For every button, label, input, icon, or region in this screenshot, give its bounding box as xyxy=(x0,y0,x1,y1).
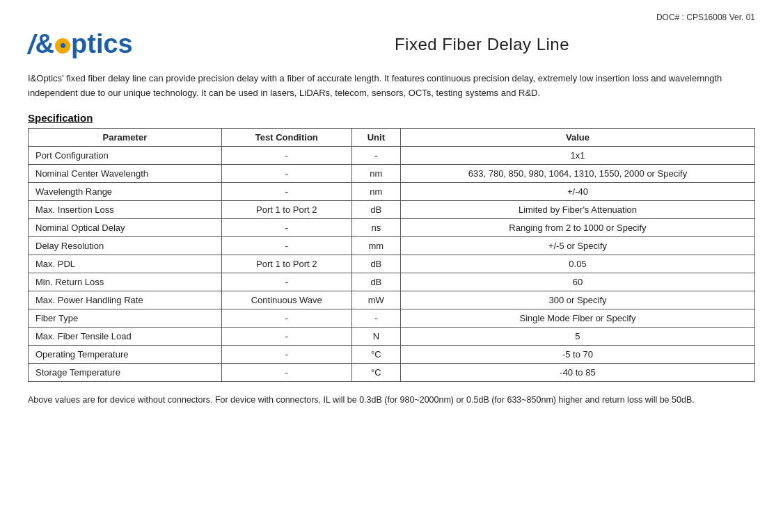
table-row: Operating Temperature-°C-5 to 70 xyxy=(29,345,755,363)
title-area: Fixed Fiber Delay Line xyxy=(209,35,755,54)
unit-cell: - xyxy=(351,309,400,327)
description-text: I&Optics' fixed fiber delay line can pro… xyxy=(28,72,755,101)
param-cell: Fiber Type xyxy=(29,309,222,327)
logo-area: / & ptics xyxy=(28,29,209,59)
table-row: Nominal Center Wavelength-nm633, 780, 85… xyxy=(29,164,755,182)
param-cell: Max. PDL xyxy=(29,255,222,273)
table-row: Max. Fiber Tensile Load-N5 xyxy=(29,327,755,345)
param-cell: Delay Resolution xyxy=(29,236,222,255)
value-cell: -40 to 85 xyxy=(400,363,754,381)
table-row: Port Configuration--1x1 xyxy=(29,146,755,164)
test-condition-cell: Port 1 to Port 2 xyxy=(221,255,351,273)
table-row: Wavelength Range-nm+/-40 xyxy=(29,182,755,200)
param-cell: Wavelength Range xyxy=(29,182,222,200)
param-cell: Port Configuration xyxy=(29,146,222,164)
unit-cell: - xyxy=(351,146,400,164)
unit-cell: N xyxy=(351,327,400,345)
logo-dot-icon xyxy=(55,38,70,54)
value-cell: Limited by Fiber's Attenuation xyxy=(400,200,754,218)
logo-ampersand: & xyxy=(35,29,54,59)
table-row: Delay Resolution-mm+/-5 or Specify xyxy=(29,236,755,255)
test-condition-cell: - xyxy=(221,327,351,345)
param-cell: Storage Temperature xyxy=(29,363,222,381)
value-cell: -5 to 70 xyxy=(400,345,754,363)
test-condition-cell: - xyxy=(221,218,351,236)
test-condition-cell: Port 1 to Port 2 xyxy=(221,200,351,218)
value-cell: 0.05 xyxy=(400,255,754,273)
section-title: Specification xyxy=(28,112,755,124)
value-cell: +/-40 xyxy=(400,182,754,200)
test-condition-cell: - xyxy=(221,146,351,164)
logo-dot-inner xyxy=(61,43,65,48)
table-row: Min. Return Loss-dB60 xyxy=(29,273,755,291)
param-cell: Max. Power Handling Rate xyxy=(29,291,222,309)
test-condition-cell: Continuous Wave xyxy=(221,291,351,309)
unit-cell: dB xyxy=(351,273,400,291)
logo-slash: / xyxy=(28,31,35,58)
logo: / & ptics xyxy=(28,29,133,59)
param-cell: Nominal Optical Delay xyxy=(29,218,222,236)
table-row: Storage Temperature-°C-40 to 85 xyxy=(29,363,755,381)
param-cell: Max. Fiber Tensile Load xyxy=(29,327,222,345)
test-condition-cell: - xyxy=(221,182,351,200)
table-row: Max. Power Handling RateContinuous Wavem… xyxy=(29,291,755,309)
value-cell: +/-5 or Specify xyxy=(400,236,754,255)
unit-cell: ns xyxy=(351,218,400,236)
table-row: Nominal Optical Delay-nsRanging from 2 t… xyxy=(29,218,755,236)
unit-cell: nm xyxy=(351,182,400,200)
test-condition-cell: - xyxy=(221,273,351,291)
param-cell: Operating Temperature xyxy=(29,345,222,363)
page-title: Fixed Fiber Delay Line xyxy=(209,35,755,54)
unit-cell: nm xyxy=(351,164,400,182)
logo-optics-text: ptics xyxy=(71,29,133,59)
footer-note: Above values are for device without conn… xyxy=(28,393,755,407)
unit-cell: °C xyxy=(351,363,400,381)
value-cell: 300 or Specify xyxy=(400,291,754,309)
value-cell: Ranging from 2 to 1000 or Specify xyxy=(400,218,754,236)
col-header-test-condition: Test Condition xyxy=(221,128,351,146)
value-cell: Single Mode Fiber or Specify xyxy=(400,309,754,327)
col-header-value: Value xyxy=(400,128,754,146)
param-cell: Min. Return Loss xyxy=(29,273,222,291)
unit-cell: °C xyxy=(351,345,400,363)
header-row: / & ptics Fixed Fiber Delay Line xyxy=(28,29,755,59)
test-condition-cell: - xyxy=(221,164,351,182)
unit-cell: mW xyxy=(351,291,400,309)
test-condition-cell: - xyxy=(221,363,351,381)
value-cell: 5 xyxy=(400,327,754,345)
unit-cell: dB xyxy=(351,200,400,218)
value-cell: 60 xyxy=(400,273,754,291)
value-cell: 633, 780, 850, 980, 1064, 1310, 1550, 20… xyxy=(400,164,754,182)
unit-cell: mm xyxy=(351,236,400,255)
doc-number: DOC# : CPS16008 Ver. 01 xyxy=(28,13,755,22)
table-row: Fiber Type--Single Mode Fiber or Specify xyxy=(29,309,755,327)
table-header-row: Parameter Test Condition Unit Value xyxy=(29,128,755,146)
unit-cell: dB xyxy=(351,255,400,273)
test-condition-cell: - xyxy=(221,309,351,327)
col-header-parameter: Parameter xyxy=(29,128,222,146)
table-row: Max. Insertion LossPort 1 to Port 2dBLim… xyxy=(29,200,755,218)
table-row: Max. PDLPort 1 to Port 2dB0.05 xyxy=(29,255,755,273)
test-condition-cell: - xyxy=(221,345,351,363)
page: DOC# : CPS16008 Ver. 01 / & ptics Fixed … xyxy=(0,0,783,532)
value-cell: 1x1 xyxy=(400,146,754,164)
test-condition-cell: - xyxy=(221,236,351,255)
spec-table: Parameter Test Condition Unit Value Port… xyxy=(28,128,755,382)
param-cell: Max. Insertion Loss xyxy=(29,200,222,218)
param-cell: Nominal Center Wavelength xyxy=(29,164,222,182)
col-header-unit: Unit xyxy=(351,128,400,146)
